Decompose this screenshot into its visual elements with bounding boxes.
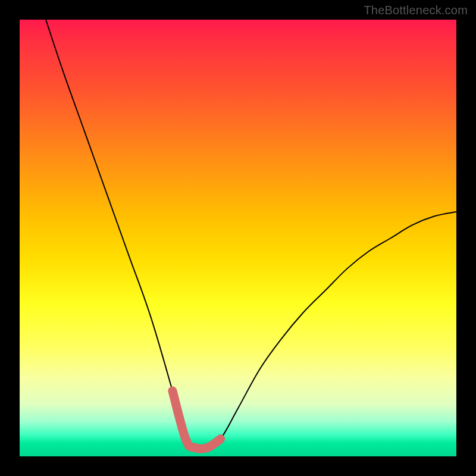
bottleneck-curve-svg [20,20,456,456]
highlight-min-region [173,391,221,449]
chart-container: TheBottleneck.com [0,0,476,476]
plot-area [20,20,456,456]
bottleneck-curve [46,20,456,449]
watermark-text: TheBottleneck.com [364,4,468,17]
